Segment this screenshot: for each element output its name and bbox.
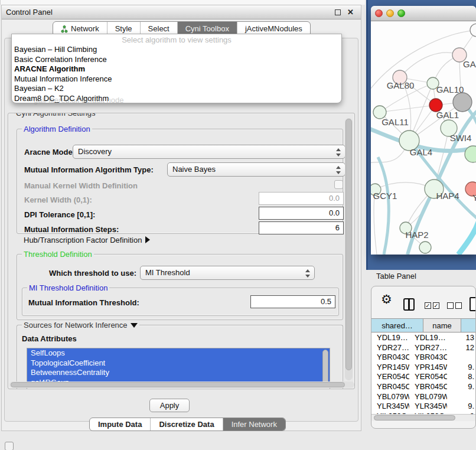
mi-steps-field[interactable]: 6 — [259, 221, 344, 234]
algorithm-option[interactable]: Mutual Information Inference — [12, 74, 341, 84]
column-header-name[interactable]: name — [423, 319, 461, 332]
data-attribute-item[interactable]: SelfLoops — [27, 348, 330, 358]
aracne-mode-value: Discovery — [78, 147, 112, 156]
top-strip — [0, 0, 365, 5]
table-cell: 9. — [447, 402, 475, 412]
table-row[interactable]: YBR043CYBR043C — [371, 353, 475, 363]
aracne-mode-label: Aracne Mode: — [24, 148, 75, 156]
table-cell: YER054C — [371, 372, 409, 382]
cyni-settings-title: Cyni Algorithm Settings — [14, 113, 97, 118]
data-attribute-item[interactable]: TopologicalCoefficient — [27, 358, 330, 369]
node-label: GAL1 — [436, 110, 459, 120]
deselect-all-checkbox-icon[interactable] — [447, 302, 454, 309]
network-window[interactable]: GALGAL80GAL10GAL1GAL11GAL4SWI4GCY1HAP4YH… — [371, 6, 476, 255]
algorithm-option[interactable]: Bayesian – Hill Climbing — [12, 45, 341, 55]
bottom-left-grip[interactable] — [5, 442, 14, 450]
dpi-tolerance-field[interactable]: 0.0 — [259, 207, 344, 220]
gear-icon[interactable]: ⚙ — [381, 292, 392, 306]
mi-type-value: Naive Bayes — [172, 165, 216, 174]
algorithm-option[interactable]: ARACNE Algorithm — [12, 64, 341, 74]
collapsed-arrow-icon — [145, 236, 150, 243]
hub-definition-label: Hub/Transcription Factor Definition — [24, 236, 142, 244]
control-panel-titlebar[interactable]: Control Panel ✕ — [2, 5, 361, 19]
export-table-icon[interactable] — [470, 297, 476, 311]
node-label: GAL80 — [387, 80, 415, 90]
table-row[interactable]: YER054CYER054C8. — [371, 372, 475, 382]
screen: Control Panel ✕ NetworkStyleSelectCyni T… — [0, 0, 476, 450]
zoom-traffic-light-icon[interactable] — [397, 9, 405, 17]
data-attribute-item[interactable]: BetweennessCentrality — [27, 368, 330, 378]
table-panel: ⚙ ✓ ✓ shared… name YDL19…YDL19…13YDR27…Y… — [371, 286, 476, 429]
table-cell: YDL19… — [409, 333, 447, 343]
control-panel-title: Control Panel — [6, 8, 53, 17]
close-icon[interactable]: ✕ — [347, 8, 354, 17]
table-row[interactable]: YDL19…YDL19…13 — [371, 333, 475, 343]
table-row[interactable]: YPR145WYPR145W9. — [371, 363, 475, 373]
table-cell: YBR043C — [371, 353, 409, 363]
minimize-traffic-light-icon[interactable] — [386, 9, 394, 17]
node-label: GAL4 — [410, 147, 432, 157]
table-row[interactable]: YDR27…YDR27…12 — [371, 343, 475, 353]
network-window-titlebar[interactable] — [371, 6, 476, 21]
column-header-partial[interactable] — [461, 319, 475, 332]
network-icon — [61, 25, 68, 33]
table-row[interactable]: YBL079WYBL079W — [371, 392, 475, 402]
node-label: HAP4 — [436, 191, 459, 201]
hub-definition-toggle[interactable]: Hub/Transcription Factor Definition — [24, 236, 150, 244]
algorithm-definition-title: Algorithm Definition — [22, 125, 92, 133]
select-all-checkbox-icon[interactable]: ✓ — [425, 302, 431, 309]
which-threshold-label: Which threshold to use: — [49, 269, 136, 278]
table-cell: YBR045C — [409, 382, 447, 392]
stepper-arrows-icon — [335, 165, 341, 175]
node-label: GCY1 — [373, 191, 397, 201]
manual-kernel-checkbox[interactable] — [334, 180, 343, 189]
aracne-mode-combo[interactable]: Discovery — [73, 145, 345, 159]
table-row[interactable]: YLR345WYLR345W9. — [371, 402, 475, 412]
table-cell: YBL079W — [409, 392, 447, 402]
dpi-tolerance-label: DPI Tolerance [0,1]: — [24, 210, 95, 219]
bottom-tab-infer-network[interactable]: Infer Network — [223, 418, 285, 431]
network-node[interactable] — [470, 24, 476, 37]
deselect-all-checkbox-icon[interactable] — [455, 302, 462, 309]
table-cell: YDR27… — [371, 343, 409, 353]
table-row[interactable]: YBR045CYBR045C9. — [371, 382, 475, 392]
network-canvas[interactable]: GALGAL80GAL10GAL1GAL11GAL4SWI4GCY1HAP4YH… — [371, 21, 476, 255]
bottom-tab-discretize-data[interactable]: Discretize Data — [150, 418, 222, 431]
columns-icon[interactable] — [403, 298, 415, 311]
apply-button[interactable]: Apply — [149, 399, 190, 412]
mi-steps-label: Mutual Information Steps: — [24, 225, 119, 234]
table-horizontal-scrollbar[interactable] — [371, 414, 475, 421]
network-node[interactable] — [419, 242, 431, 253]
table-cell: YLR345W — [409, 402, 447, 412]
table-cell: YBR045C — [371, 382, 409, 392]
table-cell: YPR145W — [371, 363, 409, 373]
kernel-width-label: Kernel Width (0,1): — [24, 195, 92, 204]
mi-threshold-field[interactable]: 0.5 — [250, 295, 335, 308]
settings-horizontal-scrollbar[interactable] — [9, 381, 354, 388]
column-header-shared-name[interactable]: shared… — [371, 319, 423, 332]
sources-toggle[interactable]: Sources for Network Inference — [22, 321, 139, 330]
mi-type-label: Mutual Information Algorithm Type: — [24, 165, 154, 174]
ghost-network-combo-text: galFiltered.sif default node — [34, 96, 123, 105]
node-label: Y — [472, 193, 476, 203]
table-cell: 8. — [447, 372, 475, 382]
algorithm-definition-group: Algorithm Definition Aracne Mode: Discov… — [17, 129, 343, 234]
select-all-checkbox-icon[interactable]: ✓ — [433, 302, 439, 309]
kernel-width-field[interactable]: 0.0 — [259, 192, 344, 205]
cyni-bottom-tab-bar: Impute DataDiscretize DataInfer Network — [89, 418, 286, 431]
settings-vertical-scrollbar[interactable] — [345, 118, 353, 380]
table-body: YDL19…YDL19…13YDR27…YDR27…12YBR043CYBR04… — [371, 333, 475, 414]
bottom-tab-impute-data[interactable]: Impute Data — [90, 418, 150, 431]
table-panel-title: Table Panel — [376, 272, 416, 281]
mi-type-combo[interactable]: Naive Bayes — [167, 162, 345, 177]
network-graph: GALGAL80GAL10GAL1GAL11GAL4SWI4GCY1HAP4YH… — [371, 21, 476, 255]
table-cell: 13 — [447, 333, 475, 343]
float-window-icon[interactable] — [335, 9, 341, 15]
network-node[interactable] — [453, 93, 472, 112]
which-threshold-value: MI Threshold — [145, 268, 190, 277]
algorithm-option[interactable]: Basic Correlation Inference — [12, 55, 341, 65]
algorithm-option[interactable]: Bayesian – K2 — [12, 84, 341, 94]
close-traffic-light-icon[interactable] — [375, 9, 383, 17]
expanded-arrow-icon — [131, 323, 138, 328]
which-threshold-combo[interactable]: MI Threshold — [140, 266, 315, 280]
